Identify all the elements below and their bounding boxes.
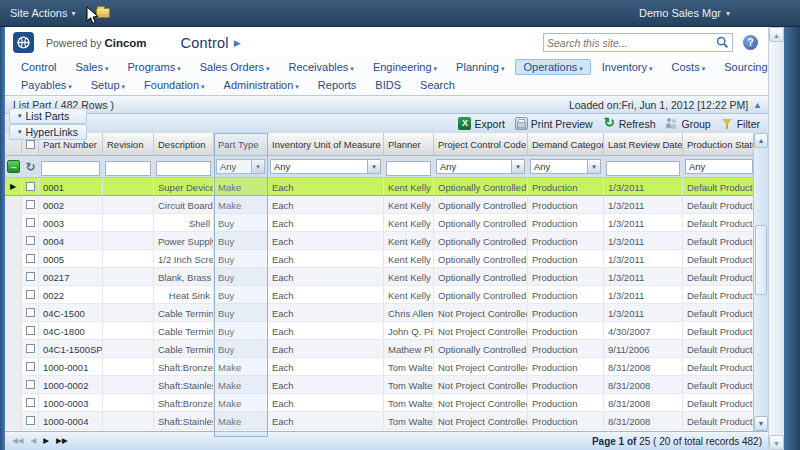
table-row[interactable]: 0002Circuit BoardMakeEachKent KellyOptio… <box>5 196 753 214</box>
table-row[interactable]: 1000-0003Shaft:Bronze (FMakeEachTom Walt… <box>5 394 753 412</box>
filter-input-last-review-date[interactable] <box>606 161 680 176</box>
table-row[interactable]: 1000-0002Shaft:StainlessMakeEachTom Walt… <box>5 376 753 394</box>
row-checkbox[interactable] <box>26 254 35 263</box>
filter-input-planner[interactable] <box>386 161 431 176</box>
hyperlinks-menu-button[interactable]: ▾HyperLinks <box>9 124 87 140</box>
filter-input-part-number[interactable] <box>41 161 100 176</box>
column-header-part-type[interactable]: Part Type <box>214 133 268 155</box>
row-checkbox[interactable] <box>26 290 35 299</box>
row-checkbox[interactable] <box>26 326 35 335</box>
last-page-button[interactable]: ▶▶ <box>56 432 68 450</box>
list-parts-menu-button[interactable]: ▾List Parts <box>9 108 87 124</box>
menu-item-inventory[interactable]: Inventory▾ <box>594 59 661 75</box>
filter-select-part-type[interactable]: Any▾ <box>216 159 265 174</box>
row-checkbox[interactable] <box>26 344 35 353</box>
row-checkbox[interactable] <box>26 380 35 389</box>
row-checkbox[interactable] <box>26 308 35 317</box>
user-menu[interactable]: Demo Sales Mgr ▾ <box>639 7 730 19</box>
menu-item-search[interactable]: Search <box>412 77 463 93</box>
refresh-button[interactable]: Refresh <box>603 117 656 130</box>
scroll-down-icon[interactable]: ▼ <box>769 435 784 450</box>
apply-filter-button[interactable]: → <box>7 160 20 173</box>
column-header-revision[interactable]: Revision <box>103 133 154 155</box>
filter-button[interactable]: Filter <box>721 117 760 130</box>
filter-select-production-status[interactable]: Any▾ <box>685 159 753 174</box>
help-icon[interactable]: ? <box>743 35 758 50</box>
row-checkbox[interactable] <box>26 218 35 227</box>
pager-bar: ◀◀◀▶▶▶ Page 1 of 25 ( 20 of total record… <box>5 431 768 450</box>
filter-select-project-control-code[interactable]: Any▾ <box>436 159 525 174</box>
site-actions-menu[interactable]: Site Actions ▾ <box>0 0 86 26</box>
table-row[interactable]: 0022Heat SinkBuyEachKent KellyOptionally… <box>5 286 753 304</box>
menu-item-engineering[interactable]: Engineering▾ <box>365 59 445 75</box>
print-preview-button[interactable]: Print Preview <box>515 117 593 130</box>
collapse-icon[interactable]: ▲ <box>753 100 762 110</box>
row-checkbox[interactable] <box>26 236 35 245</box>
filter-input-description[interactable] <box>156 161 211 176</box>
column-header-project-control-code[interactable]: Project Control Code <box>434 133 528 155</box>
menu-item-sales[interactable]: Sales▾ <box>67 59 116 75</box>
menu-item-programs[interactable]: Programs▾ <box>120 59 189 75</box>
reset-filter-icon[interactable]: ↻ <box>25 161 35 173</box>
planner-cell: Tom Walter <box>384 376 434 393</box>
demand-category-cell: Production <box>528 358 604 375</box>
table-row[interactable]: 0003ShellBuyEachKent KellyOptionally Con… <box>5 214 753 232</box>
scrollbar-thumb[interactable] <box>755 225 767 295</box>
row-checkbox[interactable] <box>26 362 35 371</box>
main-menu: ControlSales▾Programs▾Sales Orders▾Recei… <box>5 58 768 95</box>
table-row[interactable]: 00217Blank, Brass #2BuyEachKent KellyOpt… <box>5 268 753 286</box>
scroll-up-icon[interactable]: ▲ <box>754 133 768 148</box>
part-type-cell: Make <box>214 412 268 429</box>
column-header-planner[interactable]: Planner <box>384 133 434 155</box>
menu-item-setup[interactable]: Setup▾ <box>83 77 133 93</box>
menu-item-bids[interactable]: BIDS <box>367 77 409 93</box>
table-row[interactable]: 04C-1800Cable TerminalBuyEachJohn Q. Pil… <box>5 322 753 340</box>
export-button[interactable]: Export <box>458 117 504 130</box>
select-all-checkbox[interactable] <box>26 140 35 149</box>
menu-item-payables[interactable]: Payables▾ <box>13 77 80 93</box>
search-icon[interactable] <box>716 36 729 49</box>
table-row[interactable]: ▶0001Super DeviceMakeEachKent KellyOptio… <box>5 178 753 196</box>
page-scrollbar[interactable]: ▲ ▼ <box>768 27 784 450</box>
row-checkbox[interactable] <box>26 182 35 191</box>
group-button[interactable]: Group <box>665 117 710 130</box>
menu-item-foundation[interactable]: Foundation▾ <box>136 77 213 93</box>
filter-select-inventory-unit-of-measure[interactable]: Any▾ <box>270 159 381 174</box>
menu-item-receivables[interactable]: Receivables▾ <box>280 59 361 75</box>
column-header-demand-category[interactable]: Demand Category <box>528 133 604 155</box>
menu-row-2: Payables▾Setup▾Foundation▾Administration… <box>5 76 768 94</box>
row-checkbox[interactable] <box>26 398 35 407</box>
chevron-down-icon: ▾ <box>105 65 109 72</box>
menu-item-administration[interactable]: Administration▾ <box>216 77 307 93</box>
table-row[interactable]: 04C1-1500SPCable TerminalBuyEachMathew P… <box>5 340 753 358</box>
menu-item-planning[interactable]: Planning▾ <box>448 59 512 75</box>
grid-vertical-scrollbar[interactable]: ▲ ▼ <box>753 133 768 431</box>
row-checkbox-cell <box>22 358 39 375</box>
menu-item-reports[interactable]: Reports <box>310 77 365 93</box>
breadcrumb-arrow-icon[interactable]: ▶ <box>234 38 241 48</box>
column-header-last-review-date[interactable]: Last Review Date <box>604 133 683 155</box>
filter-select-demand-category[interactable]: Any▾ <box>530 159 601 174</box>
scroll-up-icon[interactable]: ▲ <box>769 27 784 42</box>
column-header-production-status[interactable]: Production Status <box>683 133 753 155</box>
scroll-down-icon[interactable]: ▼ <box>754 416 768 431</box>
menu-item-control[interactable]: Control <box>13 59 64 75</box>
table-row[interactable]: 0004Power SupplyBuyEachKent KellyOptiona… <box>5 232 753 250</box>
filter-input-revision[interactable] <box>105 161 151 176</box>
production-status-cell: Default Production St <box>683 214 753 231</box>
column-header-inventory-unit-of-measure[interactable]: Inventory Unit of Measure <box>268 133 384 155</box>
row-checkbox[interactable] <box>26 272 35 281</box>
table-row[interactable]: 04C-1500Cable TerminalBuyEachChris Allen… <box>5 304 753 322</box>
table-row[interactable]: 00051/2 Inch ScrewBuyEachKent KellyOptio… <box>5 250 753 268</box>
row-checkbox[interactable] <box>26 200 35 209</box>
menu-item-sales-orders[interactable]: Sales Orders▾ <box>192 59 278 75</box>
next-page-button[interactable]: ▶ <box>43 432 49 450</box>
table-row[interactable]: 1000-0001Shaft:Bronze (FMakeEachTom Walt… <box>5 358 753 376</box>
menu-item-operations[interactable]: Operations▾ <box>515 59 590 75</box>
search-input[interactable] <box>547 37 716 49</box>
menu-item-label: Programs <box>128 61 176 73</box>
row-checkbox[interactable] <box>26 416 35 425</box>
table-row[interactable]: 1000-0004Shaft:StainlessMakeEachTom Walt… <box>5 412 753 430</box>
column-header-description[interactable]: Description <box>154 133 214 155</box>
menu-item-costs[interactable]: Costs▾ <box>664 59 714 75</box>
